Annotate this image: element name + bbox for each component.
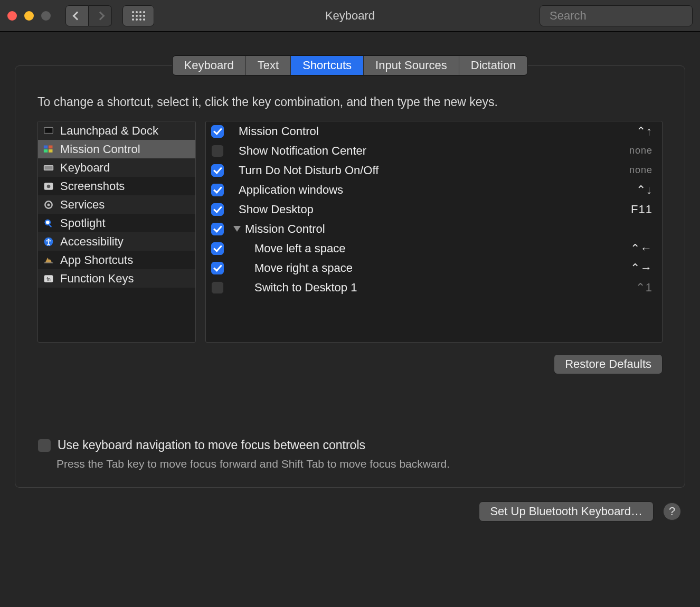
svg-rect-2 xyxy=(44,145,48,148)
svg-point-14 xyxy=(46,221,50,224)
svg-rect-7 xyxy=(45,166,53,169)
svg-rect-5 xyxy=(49,149,53,153)
accessibility-icon xyxy=(42,236,55,247)
shortcut-checkbox[interactable] xyxy=(211,262,224,274)
shortcut-row[interactable]: Mission Control⌃↑ xyxy=(206,121,662,141)
shortcut-row[interactable]: Move left a space⌃← xyxy=(206,239,662,258)
category-launchpad-dock[interactable]: Launchpad & Dock xyxy=(38,121,195,140)
shortcut-row[interactable]: Turn Do Not Disturb On/Offnone xyxy=(206,160,662,180)
category-label: Services xyxy=(60,198,105,212)
window-controls xyxy=(7,11,51,21)
chevron-right-icon xyxy=(96,11,105,20)
tab-shortcuts[interactable]: Shortcuts xyxy=(291,56,364,75)
shortcut-key[interactable]: none xyxy=(629,165,652,176)
category-mission-control[interactable]: Mission Control xyxy=(38,140,195,158)
close-window-button[interactable] xyxy=(7,11,17,21)
svg-rect-13 xyxy=(49,224,52,227)
tab-text[interactable]: Text xyxy=(246,56,291,75)
shortcut-label: Show Desktop xyxy=(239,203,623,216)
help-button[interactable]: ? xyxy=(663,502,681,520)
shortcut-checkbox[interactable] xyxy=(211,184,224,196)
forward-button xyxy=(89,5,112,26)
shortcut-row[interactable]: Move right a space⌃→ xyxy=(206,258,662,278)
main-panel: To change a shortcut, select it, click t… xyxy=(15,65,685,488)
category-label: Mission Control xyxy=(60,143,140,156)
shortcut-label: Application windows xyxy=(239,183,629,197)
nav-buttons xyxy=(65,5,112,26)
shortcut-label: Mission Control xyxy=(239,125,629,138)
shortcut-key[interactable]: ⌃1 xyxy=(636,281,652,295)
shortcut-checkbox[interactable] xyxy=(211,242,224,255)
mission-icon xyxy=(42,144,55,155)
shortcut-key[interactable]: ⌃→ xyxy=(630,261,652,275)
keyboard-nav-checkbox[interactable] xyxy=(37,439,51,452)
shortcut-label: Move left a space xyxy=(254,242,623,255)
category-keyboard[interactable]: Keyboard xyxy=(38,158,195,177)
tab-dictation[interactable]: Dictation xyxy=(459,56,528,75)
category-label: Keyboard xyxy=(60,161,110,175)
category-label: Spotlight xyxy=(60,216,106,230)
launchpad-icon xyxy=(42,126,55,136)
category-spotlight[interactable]: Spotlight xyxy=(38,214,195,232)
back-button[interactable] xyxy=(65,5,89,26)
svg-point-11 xyxy=(48,203,50,206)
shortcut-checkbox[interactable] xyxy=(211,223,224,235)
instruction-text: To change a shortcut, select it, click t… xyxy=(37,95,663,109)
shortcut-row[interactable]: Switch to Desktop 1⌃1 xyxy=(206,278,662,297)
category-services[interactable]: Services xyxy=(38,195,195,214)
shortcut-list[interactable]: Mission Control⌃↑Show Notification Cente… xyxy=(205,121,663,343)
restore-defaults-button[interactable]: Restore Defaults xyxy=(554,354,663,374)
svg-rect-1 xyxy=(45,128,52,132)
tab-input-sources[interactable]: Input Sources xyxy=(364,56,459,75)
tab-bar: KeyboardTextShortcutsInput SourcesDictat… xyxy=(0,55,700,75)
shortcut-label: Switch to Desktop 1 xyxy=(254,281,628,295)
svg-rect-3 xyxy=(49,145,53,148)
keyboard-icon xyxy=(42,163,55,173)
category-app-shortcuts[interactable]: App Shortcuts xyxy=(38,251,195,269)
keyboard-nav-option: Use keyboard navigation to move focus be… xyxy=(37,438,663,470)
shortcut-row[interactable]: Show DesktopF11 xyxy=(206,200,662,219)
bluetooth-keyboard-button[interactable]: Set Up Bluetooth Keyboard… xyxy=(479,501,654,521)
shortcut-row[interactable]: Mission Control xyxy=(206,219,662,239)
chevron-left-icon xyxy=(73,11,82,20)
bottom-bar: Set Up Bluetooth Keyboard… ? xyxy=(0,488,700,535)
search-input[interactable] xyxy=(550,9,695,23)
shortcut-label: Mission Control xyxy=(245,222,645,236)
shortcut-key[interactable]: ⌃↓ xyxy=(636,183,652,197)
spotlight-icon xyxy=(42,218,55,229)
category-label: Launchpad & Dock xyxy=(60,124,158,138)
screenshot-icon xyxy=(42,181,55,192)
search-field[interactable] xyxy=(540,5,693,26)
shortcut-row[interactable]: Show Notification Centernone xyxy=(206,141,662,160)
svg-text:fn: fn xyxy=(46,277,51,282)
shortcut-checkbox[interactable] xyxy=(211,203,224,216)
category-accessibility[interactable]: Accessibility xyxy=(38,232,195,251)
shortcut-checkbox[interactable] xyxy=(211,125,224,138)
shortcut-key[interactable]: ⌃← xyxy=(630,242,652,255)
shortcut-label: Move right a space xyxy=(254,261,623,275)
keyboard-nav-hint: Press the Tab key to move focus forward … xyxy=(56,458,663,470)
fn-icon: fn xyxy=(42,273,55,284)
svg-point-16 xyxy=(48,239,49,240)
category-label: Function Keys xyxy=(60,272,134,286)
shortcut-key[interactable]: F11 xyxy=(631,203,652,216)
apps-icon xyxy=(42,255,55,265)
category-function-keys[interactable]: fnFunction Keys xyxy=(38,269,195,288)
shortcut-key[interactable]: none xyxy=(629,145,652,156)
keyboard-nav-label: Use keyboard navigation to move focus be… xyxy=(58,438,365,452)
shortcut-key[interactable]: ⌃↑ xyxy=(636,125,652,138)
disclosure-triangle-icon[interactable] xyxy=(233,226,241,232)
category-list[interactable]: Launchpad & DockMission ControlKeyboardS… xyxy=(37,121,196,343)
tab-keyboard[interactable]: Keyboard xyxy=(173,56,246,75)
grid-icon xyxy=(132,11,145,21)
category-label: Accessibility xyxy=(60,235,124,249)
minimize-window-button[interactable] xyxy=(24,11,34,21)
category-label: App Shortcuts xyxy=(60,253,133,267)
shortcut-checkbox[interactable] xyxy=(211,145,224,157)
shortcut-checkbox[interactable] xyxy=(211,164,224,177)
show-all-button[interactable] xyxy=(122,5,154,26)
svg-rect-4 xyxy=(44,149,48,153)
shortcut-checkbox[interactable] xyxy=(211,281,224,294)
category-screenshots[interactable]: Screenshots xyxy=(38,177,195,195)
shortcut-row[interactable]: Application windows⌃↓ xyxy=(206,180,662,200)
